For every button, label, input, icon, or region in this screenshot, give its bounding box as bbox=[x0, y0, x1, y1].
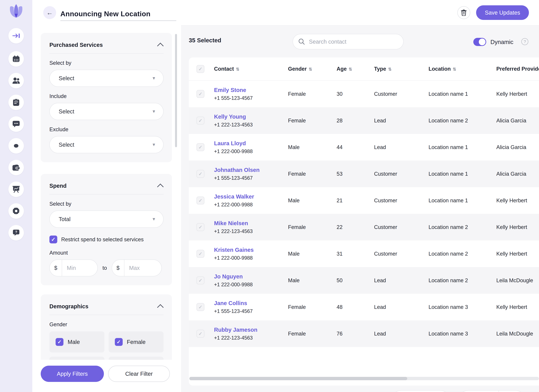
provider-cell: Alicia Garcia bbox=[496, 171, 539, 177]
filter-actions-footer: Apply Filters Clear Filter bbox=[32, 360, 181, 392]
chevron-down-icon: ▼ bbox=[152, 109, 156, 114]
sort-icon[interactable]: ⇅ bbox=[453, 67, 456, 71]
sidebar-item-collapse[interactable] bbox=[8, 28, 24, 43]
gender-checkbox[interactable]: ✓ bbox=[56, 338, 63, 346]
table-row[interactable]: ✓ Jane Collins +1 555-123-4567 Female 48… bbox=[189, 294, 539, 320]
sidebar-item-settings[interactable] bbox=[8, 203, 24, 219]
age-cell: 76 bbox=[337, 331, 374, 337]
per-page-dropdown[interactable]: 10 per page ▼ bbox=[392, 390, 450, 392]
type-cell: Lead bbox=[374, 144, 428, 150]
restrict-spend-label: Restrict spend to selected services bbox=[61, 236, 144, 243]
contact-name-link[interactable]: Rubby Jameson bbox=[214, 327, 288, 333]
crm-audience-filter-page: { "header": { "title": "Announcing New L… bbox=[0, 0, 539, 392]
back-button[interactable]: ← bbox=[43, 6, 56, 19]
spend-select-by-dropdown[interactable]: Total ▼ bbox=[49, 211, 164, 228]
provider-cell: Kelly Herbert bbox=[496, 91, 539, 97]
row-checkbox[interactable]: ✓ bbox=[197, 250, 204, 258]
table-row[interactable]: ✓ Kristen Gaines +1 222-000-9988 Male 31… bbox=[189, 241, 539, 267]
column-header-contact[interactable]: Contact⇅ bbox=[214, 66, 288, 72]
search-input[interactable] bbox=[309, 38, 399, 45]
max-amount-input[interactable] bbox=[124, 265, 157, 271]
row-checkbox[interactable]: ✓ bbox=[197, 276, 204, 284]
apply-filters-button[interactable]: Apply Filters bbox=[41, 366, 104, 382]
collapse-chevron-icon[interactable] bbox=[157, 43, 164, 49]
gender-cell: Female bbox=[288, 91, 337, 97]
contact-name-link[interactable]: Johnathan Olsen bbox=[214, 167, 288, 173]
table-row[interactable]: ✓ Laura Lloyd +1 222-000-9988 Male 44 Le… bbox=[189, 134, 539, 161]
selected-count: 35 Selected bbox=[189, 37, 221, 44]
contact-name-link[interactable]: Emily Stone bbox=[214, 87, 288, 93]
column-header-location[interactable]: Location⇅ bbox=[428, 66, 496, 72]
gender-checkbox[interactable]: ✓ bbox=[115, 338, 123, 346]
row-checkbox[interactable]: ✓ bbox=[197, 170, 204, 178]
contact-name-link[interactable]: Jessica Walker bbox=[214, 194, 288, 200]
gender-option-tile[interactable]: ✓ Female bbox=[109, 331, 164, 352]
collapse-chevron-icon[interactable] bbox=[157, 304, 164, 311]
row-checkbox[interactable]: ✓ bbox=[197, 223, 204, 231]
sidebar-item-help[interactable]: ? bbox=[8, 225, 24, 241]
restrict-spend-checkbox[interactable]: ✓ bbox=[49, 236, 57, 243]
save-updates-button[interactable]: Save Updates bbox=[476, 5, 529, 20]
contact-name-link[interactable]: Jo Nguyen bbox=[214, 273, 288, 280]
select-all-checkbox[interactable]: ✓ bbox=[197, 65, 204, 73]
type-cell: Lead bbox=[374, 331, 428, 337]
row-checkbox[interactable]: ✓ bbox=[197, 117, 204, 124]
table-row[interactable]: ✓ Kelly Young +1 222-123-4563 Female 28 … bbox=[189, 107, 539, 134]
location-cell: Location name 1 bbox=[428, 91, 496, 97]
column-header-preferred-provider[interactable]: Preferred Provider⇅ bbox=[496, 66, 539, 72]
column-header-gender[interactable]: Gender⇅ bbox=[288, 66, 337, 72]
help-icon[interactable]: ? bbox=[521, 38, 528, 45]
sidebar-item-clipboard[interactable] bbox=[8, 95, 24, 110]
gender-option-tile[interactable]: ✓ Male bbox=[49, 331, 104, 352]
contact-name-link[interactable]: Kristen Gaines bbox=[214, 247, 288, 253]
sort-icon[interactable]: ⇅ bbox=[349, 67, 352, 71]
row-checkbox[interactable]: ✓ bbox=[197, 143, 204, 151]
sidebar-item-presentation[interactable] bbox=[8, 182, 24, 197]
filter-vertical-scrollbar[interactable] bbox=[175, 34, 177, 147]
page-range-control: 1-10 of 219 ◀ ▶ bbox=[459, 390, 525, 392]
sidebar-item-record[interactable] bbox=[8, 138, 24, 154]
delete-button[interactable] bbox=[457, 6, 470, 19]
sidebar-item-calendar[interactable] bbox=[8, 51, 24, 66]
table-row[interactable]: ✓ Mike Nielsen +1 222-123-4563 Female 22… bbox=[189, 214, 539, 241]
contact-name-link[interactable]: Jane Collins bbox=[214, 300, 288, 306]
collapse-chevron-icon[interactable] bbox=[157, 184, 164, 190]
page-title: Announcing New Location bbox=[60, 10, 150, 18]
row-checkbox[interactable]: ✓ bbox=[197, 197, 204, 204]
sort-icon[interactable]: ⇅ bbox=[309, 67, 312, 71]
table-row[interactable]: ✓ Jessica Walker +1 222-000-9988 Male 21… bbox=[189, 187, 539, 214]
table-row[interactable]: ✓ Johnathan Olsen +1 555-123-4567 Female… bbox=[189, 161, 539, 187]
table-row[interactable]: ✓ Rubby Jameson +1 222-123-4563 Female 7… bbox=[189, 320, 539, 347]
select-by-dropdown[interactable]: Select ▼ bbox=[49, 70, 164, 87]
exclude-dropdown[interactable]: Select ▼ bbox=[49, 136, 164, 153]
clear-filter-button[interactable]: Clear Filter bbox=[108, 366, 170, 382]
contact-phone: +1 222-000-9988 bbox=[214, 255, 288, 261]
contact-phone: +1 222-123-4563 bbox=[214, 228, 288, 234]
title-underline bbox=[60, 20, 176, 21]
column-header-age[interactable]: Age⇅ bbox=[337, 66, 374, 72]
age-cell: 21 bbox=[337, 198, 374, 203]
row-checkbox[interactable]: ✓ bbox=[197, 303, 204, 311]
age-cell: 53 bbox=[337, 171, 374, 177]
dynamic-toggle[interactable] bbox=[473, 38, 486, 46]
table-row[interactable]: ✓ Jo Nguyen +1 222-000-9988 Male 50 Lead… bbox=[189, 267, 539, 294]
contact-name-link[interactable]: Mike Nielsen bbox=[214, 220, 288, 227]
table-row[interactable]: ✓ Emily Stone +1 555-123-4567 Female 30 … bbox=[189, 81, 539, 107]
sidebar-item-contacts[interactable] bbox=[8, 73, 24, 88]
sidebar-item-wallet[interactable] bbox=[8, 160, 24, 175]
contact-phone: +1 222-123-4563 bbox=[214, 335, 288, 341]
sidebar-item-chat[interactable] bbox=[8, 116, 24, 132]
contact-name-link[interactable]: Kelly Young bbox=[214, 113, 288, 120]
sort-icon[interactable]: ⇅ bbox=[388, 67, 392, 71]
row-checkbox[interactable]: ✓ bbox=[197, 330, 204, 338]
min-amount-input[interactable] bbox=[62, 265, 95, 271]
include-dropdown[interactable]: Select ▼ bbox=[49, 103, 164, 120]
divider bbox=[49, 194, 164, 194]
contact-name-link[interactable]: Laura Lloyd bbox=[214, 140, 288, 146]
sort-icon[interactable]: ⇅ bbox=[236, 67, 239, 71]
amount-min-field: $ bbox=[49, 260, 98, 276]
spend-section: Spend Select by Total ▼ ✓ Restrict spend… bbox=[41, 174, 172, 285]
column-header-type[interactable]: Type⇅ bbox=[374, 66, 428, 72]
table-horizontal-scrollbar-thumb[interactable] bbox=[189, 377, 407, 380]
row-checkbox[interactable]: ✓ bbox=[197, 90, 204, 98]
